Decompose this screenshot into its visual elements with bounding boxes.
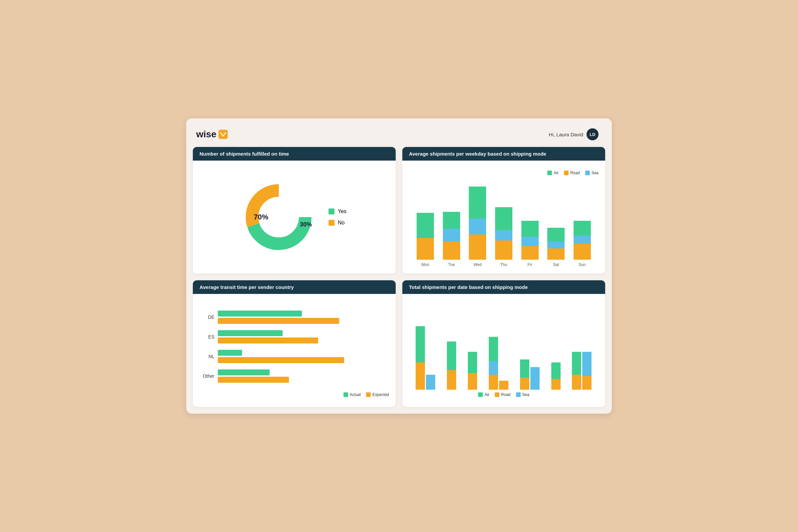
donut-svg	[242, 180, 315, 254]
weekday-stacked-bar	[521, 221, 539, 260]
logo-text: wise	[196, 129, 216, 140]
bar-segment-road	[521, 246, 539, 260]
bar-day-label: Sat	[553, 262, 559, 267]
logo: wise	[196, 129, 228, 140]
total-shipments-header: Total shipments per date based on shippi…	[402, 280, 605, 294]
legend-color-no	[328, 220, 335, 226]
bar-segment-air	[573, 221, 591, 236]
total-shipments-card: Total shipments per date based on shippi…	[402, 280, 605, 407]
bar-segment-air	[469, 187, 486, 218]
legend-item-no: No	[328, 220, 346, 226]
bar-segment-road	[495, 241, 512, 260]
total-bar-segment-road	[447, 370, 456, 390]
hbar-legend-label-actual: Actual	[350, 392, 361, 397]
legend-color-yes	[328, 208, 335, 214]
transit-time-body: DEESNLOther Actual Expected	[193, 294, 396, 407]
bar-segment-road	[417, 238, 434, 260]
total-legend-color-air	[478, 392, 483, 397]
bar-segment-road	[547, 248, 565, 260]
donut-chart-body: 70% 30% Yes No	[193, 160, 396, 274]
total-bar-segment-road	[551, 379, 560, 390]
total-bar-segment-road	[416, 362, 425, 390]
hbar-expected	[218, 377, 289, 383]
total-bar-segment-air	[520, 359, 529, 378]
hbar-row: NL	[200, 350, 389, 363]
total-bar-segment-road	[489, 375, 498, 390]
bar-day-label: Tue	[448, 262, 455, 267]
total-bar-segment-road	[468, 373, 477, 390]
hbar-actual	[218, 310, 302, 317]
logo-icon	[218, 130, 228, 139]
weekday-legend-label-road: Road	[570, 171, 580, 175]
donut-legend: Yes No	[328, 208, 346, 226]
user-section: Hi, Laura David LD	[549, 128, 598, 140]
total-bar-segment-road	[582, 376, 591, 390]
hbar-country-label: NL	[200, 354, 214, 359]
total-stacked-bar	[551, 362, 560, 390]
hbar-row: DE	[200, 310, 389, 324]
total-bar-segment-sea	[530, 367, 540, 390]
weekday-bar-header: Average shipments per weekday based on s…	[402, 147, 605, 160]
hbar-legend-color-actual	[343, 392, 348, 397]
weekday-legend-sea: Sea	[585, 171, 598, 175]
weekday-bar-group: Sat	[547, 228, 565, 267]
bar-day-label: Sun	[578, 262, 586, 267]
weekday-legend-color-road	[564, 171, 569, 175]
weekday-stacked-bar	[469, 187, 486, 260]
hbar-legend-label-expected: Expected	[373, 392, 389, 397]
hbar-bars	[218, 350, 389, 363]
hbar-legend-expected: Expected	[366, 392, 389, 397]
total-bar-segment-sea	[426, 375, 435, 390]
weekday-bar-group: Tue	[443, 212, 460, 267]
total-shipments-bars-wrapper	[409, 304, 598, 390]
total-bar-segment-sea	[582, 352, 591, 376]
total-legend-color-sea	[516, 392, 521, 397]
weekday-legend-road: Road	[564, 171, 580, 175]
total-legend-air: Air	[478, 392, 490, 397]
transit-time-card: Average transit time per sender country …	[193, 280, 396, 407]
total-bar-segment-road	[572, 375, 581, 390]
hbar-row: ES	[200, 330, 389, 343]
hbar-bars	[218, 330, 389, 343]
bar-day-label: Thu	[500, 262, 507, 267]
bar-segment-sea	[469, 218, 486, 234]
weekday-legend-label-air: Air	[554, 171, 558, 175]
total-bar-group	[468, 352, 477, 390]
weekday-stacked-bar	[495, 207, 512, 260]
total-bar-group	[489, 337, 508, 390]
weekday-bar-group: Wed	[469, 187, 486, 267]
weekday-bar-group: Thu	[495, 207, 512, 267]
total-legend-road: Road	[495, 392, 511, 397]
weekday-bar-group: Fri	[521, 221, 539, 267]
user-greeting: Hi, Laura David	[549, 132, 583, 137]
hbar-expected	[218, 357, 344, 363]
total-legend-label-road: Road	[501, 392, 511, 397]
legend-label-yes: Yes	[338, 208, 346, 214]
weekday-bar-group: Mon	[417, 213, 434, 267]
transit-time-header: Average transit time per sender country	[193, 280, 396, 294]
donut-section: 70% 30% Yes No	[200, 180, 389, 254]
total-shipments-legend: Air Road Sea	[409, 392, 598, 397]
weekday-legend-color-air	[547, 171, 552, 175]
bar-segment-road	[443, 241, 460, 260]
hbar-expected	[218, 338, 318, 343]
hbar-row: Other	[200, 369, 389, 383]
bar-segment-air	[547, 228, 565, 241]
bar-segment-sea	[547, 241, 565, 248]
donut-chart-header: Number of shipments fulfilled on time	[193, 147, 396, 160]
total-legend-color-road	[495, 392, 499, 397]
hbar-chart-area: DEESNLOther Actual Expected	[200, 301, 389, 400]
total-bar-segment-air	[572, 352, 581, 374]
weekday-stacked-bar	[443, 212, 460, 260]
hbar-legend-color-expected	[366, 392, 371, 397]
total-legend-sea: Sea	[516, 392, 529, 397]
user-avatar: LD	[587, 128, 598, 140]
hbar-actual	[218, 369, 270, 375]
donut-chart-card: Number of shipments fulfilled on time	[193, 147, 396, 274]
total-bar-segment-road	[520, 378, 529, 390]
bar-day-label: Wed	[474, 262, 481, 267]
total-stacked-bar	[520, 359, 529, 390]
bar-day-label: Fri	[528, 262, 532, 267]
donut-container: 70% 30%	[242, 180, 315, 254]
weekday-bar-body: Air Road Sea MonTueWedThuFriSatSun	[402, 160, 605, 274]
